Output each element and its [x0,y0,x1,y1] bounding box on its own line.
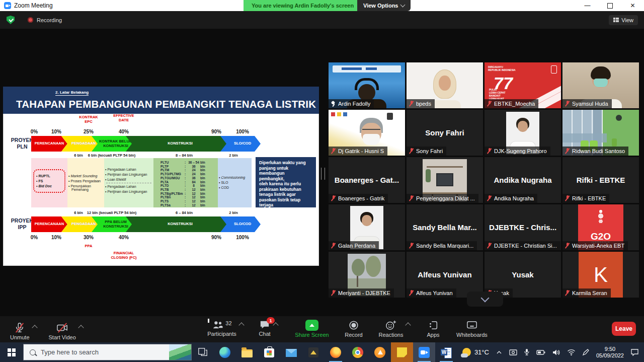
participant-tile[interactable]: bpeds [407,62,483,108]
chat-button[interactable]: 1 Chat [259,316,270,337]
pln-pct-10: 10% [51,129,61,134]
mic-off-icon [565,148,570,154]
participant-tile[interactable]: K Karmila Seran [562,252,639,298]
participant-tile[interactable]: Syamsul Huda [562,62,639,108]
col-procurement: Market Sounding Proses Pengadaan Penunju… [67,158,104,207]
ipp-pct-40: 40% [119,235,129,240]
view-layout-button[interactable]: View [609,15,638,25]
view-options-button[interactable]: View Options [357,0,411,11]
milestone-effective-date: EFFECTIVE DATE [113,113,134,122]
pen-icon[interactable] [582,348,590,356]
taskbar-file-explorer[interactable] [236,342,258,362]
participant-tile[interactable]: Ridwan Budi Santoso [562,110,639,156]
grid-page-down-button[interactable] [467,292,503,307]
participant-tile[interactable]: Galan Perdana [329,204,405,250]
chat-caret[interactable] [273,322,278,328]
window-title: Zoom Meeting [14,2,53,9]
participant-name-label: DJEBTKE - Christian Si... [485,241,560,250]
participant-tile[interactable]: Penyelenggara Diklat ... [407,157,483,203]
battery-icon[interactable] [536,349,545,355]
close-button[interactable]: ✕ [621,0,644,11]
tray-chevron-icon[interactable] [496,349,503,356]
participant-tile[interactable]: Sandy Bella Mar... Sandy Bella Marquari.… [407,204,483,250]
ipp-stage-konstruksi: KONSTRUKSI [126,216,230,232]
pln-pct-25: 25% [84,129,94,134]
tray-mic-icon[interactable] [524,348,530,356]
taskbar-clock[interactable]: 9:50 05/09/2022 [596,346,624,359]
record-button[interactable]: Record [336,316,371,338]
reactions-button[interactable]: Reactions [379,316,404,338]
participant-tile[interactable]: DJK-Sugeng Prahoro [485,110,561,156]
panel-resize-handle[interactable] [321,168,325,180]
zoom-taskbar-icon [419,347,430,358]
cast-icon[interactable] [509,349,517,356]
ipp-pct-10: 10% [51,235,61,240]
mic-off-icon [565,290,570,296]
participant-tile[interactable]: Yusak Yusak [485,252,561,298]
participant-tile[interactable]: DIRGAHAYU REPUBLIK INDONESIA 77 PULIH LE… [485,62,561,108]
mic-off-icon [565,101,570,107]
whiteboards-button[interactable]: Whiteboards [449,316,495,338]
pln-dur-4: 2 bln [229,153,238,158]
taskbar-photos[interactable] [302,342,325,362]
mic-off-icon [409,148,414,154]
video-options-caret[interactable] [78,325,84,330]
taskbar-mail[interactable] [280,342,302,362]
slide-header: 2. Latar Belakang TAHAPAN PEMBANGUNAN PE… [3,87,319,114]
participants-icon [212,320,224,330]
participant-name-label: Andika Nugraha [485,194,537,203]
apps-button[interactable]: Apps [418,316,449,338]
chevron-down-icon [400,3,406,8]
col-pre-construction: Pengadaan Lahan Perijinan dan Lingkungan… [104,158,153,207]
participant-tile[interactable]: Alfeus Yunivan Alfeus Yunivan [407,252,483,298]
participant-tile[interactable]: Ardin Fadolly [329,62,405,108]
edge-icon [219,347,230,358]
camera-off-toolbar-icon [56,322,68,333]
mic-off-icon [409,195,414,201]
taskbar-edge[interactable] [214,342,236,362]
participant-name-label: EBTKE_Moecha [485,99,538,108]
share-screen-button[interactable]: Share Screen [288,316,336,338]
participant-tile[interactable]: Meriyanti - DJEBTKE [329,252,405,298]
taskbar-zoom[interactable] [413,342,435,362]
participants-button[interactable]: 32 Participants [207,316,236,337]
task-view-button[interactable] [192,342,214,362]
col-planning: RUPTL FS Bid Doc [31,158,67,207]
taskbar-store[interactable] [258,342,280,362]
pln-pct-40: 40% [119,129,129,134]
participant-tile[interactable]: Dj Gatrik - Husni S [329,110,405,156]
taskbar-firefox[interactable] [325,342,347,362]
participant-name-label: Karmila Seran [562,288,611,298]
taskbar-avast[interactable] [369,342,391,362]
search-input[interactable]: Type here to search [23,344,192,360]
reactions-caret[interactable] [406,322,411,328]
unmute-button[interactable]: Unmute [10,319,30,340]
volume-icon[interactable] [552,349,560,356]
maximize-button[interactable] [599,0,621,11]
participants-caret[interactable] [238,322,244,328]
participant-tile[interactable]: Andika Nugraha Andika Nugraha [485,157,561,203]
action-center-icon[interactable] [630,348,639,356]
unmute-options-caret[interactable] [32,325,37,330]
taskbar-sticky-notes[interactable] [391,342,413,362]
mic-off-icon [487,101,492,107]
participant-tile[interactable]: G2OINDONESIA Warsiyati-Aneka EBT [562,204,639,250]
participant-tile[interactable]: Rifki - EBTKE Rifki - EBTKE [562,157,639,203]
participant-tile[interactable]: DJEBTKE - Chris... DJEBTKE - Christian S… [485,204,561,250]
recording-indicator[interactable]: Recording [28,17,62,23]
taskbar-word[interactable]: W [435,342,457,362]
screen-share-banner: You are viewing Ardin Fadolly's screen [244,0,362,11]
participant-tile[interactable]: Boanerges - Gat... Boanerges - Gatrik [329,157,405,203]
participant-tile[interactable]: Sony Fahri Sony Fahri [407,110,483,156]
minimize-button[interactable]: — [576,0,599,11]
start-button[interactable] [0,342,23,362]
start-video-button[interactable]: Start Video [49,319,76,340]
store-icon [264,348,274,357]
shield-check-icon[interactable] [7,16,15,24]
participant-name-label: Sony Fahri [407,147,446,156]
search-placeholder: Type here to search [41,348,99,356]
wifi-icon[interactable] [567,349,576,355]
taskbar-chrome[interactable] [347,342,369,362]
leave-button[interactable]: Leave [612,322,636,336]
weather-widget[interactable]: 31°C [462,348,489,356]
